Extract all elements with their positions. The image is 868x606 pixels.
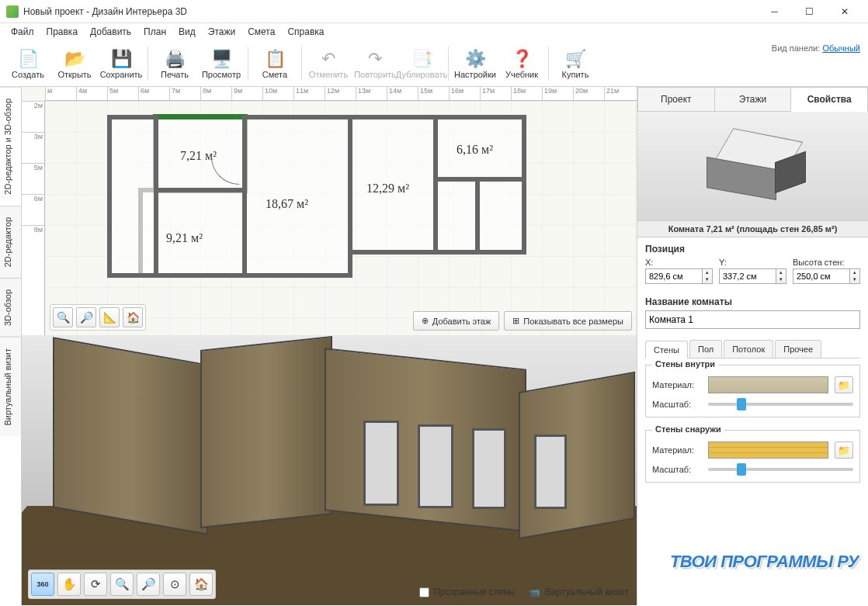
left-tabs: 2D-редактор и 3D-обзор 2D-редактор 3D-об… (0, 87, 22, 605)
virtual-visit-checkbox[interactable]: 📹 Виртуальный визит (529, 587, 629, 597)
menu-estimate[interactable]: Смета (241, 25, 281, 39)
orbit-button[interactable]: ⟳ (84, 573, 107, 596)
room-name-section: Название комнаты (637, 290, 868, 335)
y-input[interactable] (719, 268, 776, 284)
position-heading: Позиция (645, 244, 860, 255)
browse-material-outside[interactable]: 📁 (835, 442, 853, 459)
folder-open-icon: 📂 (64, 48, 85, 70)
subtab-floor[interactable]: Пол (689, 340, 722, 358)
zoom-out-button[interactable]: 🔍 (53, 307, 73, 327)
redo-icon: ↷ (364, 48, 386, 70)
viewport-2d[interactable]: м4м5м6м7м8м9м10м11м12м13м14м15м16м17м18м… (22, 87, 637, 335)
subtab-other[interactable]: Прочее (775, 340, 821, 358)
y-spinner[interactable]: ▲▼ (776, 268, 786, 284)
x-input[interactable] (645, 268, 703, 284)
minimize-button[interactable]: ─ (757, 1, 792, 23)
print-button[interactable]: 🖨️Печать (151, 42, 198, 85)
home-button[interactable]: 🏠 (123, 307, 143, 327)
duplicate-button[interactable]: 📑Дублировать (398, 42, 445, 85)
scale-slider-outside[interactable] (708, 468, 853, 471)
create-button[interactable]: 📄Создать (5, 42, 51, 85)
property-subtabs: Стены Пол Потолок Прочее (645, 340, 860, 358)
tab-project[interactable]: Проект (637, 87, 715, 112)
window-3d (534, 435, 567, 509)
reset-view-button[interactable]: ⊙ (163, 573, 186, 596)
right-tabs: Проект Этажи Свойства (637, 87, 868, 112)
monitor-icon: 🖥️ (210, 48, 232, 70)
toolbar: 📄Создать 📂Открыть 💾Сохранить 🖨️Печать 🖥️… (0, 40, 868, 87)
y-label: Y: (719, 258, 786, 267)
tab-3d[interactable]: 3D-обзор (0, 278, 21, 337)
measure-button[interactable]: 📐 (99, 307, 120, 327)
zoom-in-button[interactable]: 🔎 (76, 307, 96, 327)
menu-add[interactable]: Добавить (84, 25, 137, 39)
menu-view[interactable]: Вид (172, 25, 202, 39)
buy-button[interactable]: 🛒Купить (552, 42, 599, 85)
wall-3d (200, 336, 332, 528)
room-1-selected[interactable]: 7,21 м² (154, 115, 247, 192)
tab-2d-3d[interactable]: 2D-редактор и 3D-обзор (0, 87, 21, 206)
viewport2d-right-buttons: ⊕Добавить этаж ⊞Показывать все размеры (413, 311, 632, 331)
menu-file[interactable]: Файл (5, 25, 40, 39)
door-arc-icon (211, 157, 239, 185)
window-3d (418, 424, 453, 508)
material-swatch-outside[interactable] (708, 442, 828, 459)
room-7[interactable] (433, 177, 480, 255)
rotate360-button[interactable]: 360 (31, 573, 54, 596)
printer-icon: 🖨️ (164, 48, 186, 70)
zoom-in-3d-button[interactable]: 🔎 (137, 573, 160, 596)
gear-icon: ⚙️ (464, 48, 486, 70)
open-button[interactable]: 📂Открыть (51, 42, 98, 85)
rotate-icon: 360 (36, 580, 48, 588)
tab-floors[interactable]: Этажи (715, 87, 792, 112)
menu-plan[interactable]: План (137, 25, 172, 39)
scale-slider-inside[interactable] (708, 403, 853, 406)
dimensions-icon: ⊞ (512, 316, 519, 326)
menu-floors[interactable]: Этажи (202, 25, 241, 39)
save-button[interactable]: 💾Сохранить (98, 42, 144, 85)
home-3d-button[interactable]: 🏠 (189, 573, 213, 596)
undo-button[interactable]: ↶Отменить (305, 42, 352, 85)
room-6[interactable] (107, 115, 158, 278)
room-name-input[interactable] (645, 310, 860, 329)
estimate-button[interactable]: 📋Смета (252, 42, 298, 85)
duplicate-icon: 📑 (411, 48, 432, 70)
new-file-icon: 📄 (17, 48, 39, 70)
wall-3d (53, 337, 208, 535)
redo-button[interactable]: ↷Повторить (352, 42, 398, 85)
height-spinner[interactable]: ▲▼ (850, 268, 860, 284)
browse-material-inside[interactable]: 📁 (835, 376, 853, 393)
room-8[interactable] (475, 177, 526, 255)
room-2[interactable]: 6,16 м² (433, 115, 526, 182)
material-swatch-inside[interactable] (708, 376, 828, 393)
tab-2d[interactable]: 2D-редактор (0, 206, 21, 278)
show-dimensions-button[interactable]: ⊞Показывать все размеры (504, 311, 632, 331)
tab-virtual[interactable]: Виртуальный визит (0, 337, 21, 437)
watermark: ТВОИ ПРОГРАММЫ РУ (670, 552, 859, 572)
preview-button[interactable]: 🖥️Просмотр (198, 42, 245, 85)
room-4[interactable]: 18,67 м² (242, 115, 352, 278)
menu-help[interactable]: Справка (281, 25, 330, 39)
tab-properties[interactable]: Свойства (791, 87, 868, 112)
add-floor-button[interactable]: ⊕Добавить этаж (413, 311, 499, 331)
transparent-walls-checkbox[interactable]: Прозрачные стены (419, 587, 515, 597)
viewport-3d[interactable]: 360 ✋ ⟳ 🔍 🔎 ⊙ 🏠 Прозрачные стены 📹 Вирту… (22, 335, 637, 605)
view-mode-link[interactable]: Обычный (822, 43, 860, 53)
subtab-walls[interactable]: Стены (645, 341, 688, 358)
maximize-button[interactable]: ☐ (792, 1, 827, 23)
ruler-vertical: 2м3м5м6м8м (22, 101, 45, 335)
zoom-out-3d-button[interactable]: 🔍 (110, 573, 134, 596)
pan-button[interactable]: ✋ (57, 573, 81, 596)
window-3d (363, 421, 399, 506)
tutorial-button[interactable]: ❓Учебник (498, 42, 545, 85)
close-button[interactable]: ✕ (827, 1, 862, 23)
height-input[interactable] (793, 268, 850, 284)
orbit-icon: ⟳ (91, 577, 101, 591)
settings-button[interactable]: ⚙️Настройки (452, 42, 498, 85)
menu-edit[interactable]: Правка (40, 25, 85, 39)
x-spinner[interactable]: ▲▼ (703, 268, 713, 284)
subtab-ceiling[interactable]: Потолок (724, 340, 773, 358)
room-3[interactable]: 12,29 м² (348, 115, 438, 255)
viewport3d-tools: 360 ✋ ⟳ 🔍 🔎 ⊙ 🏠 (28, 570, 216, 599)
titlebar: Новый проект - Дизайн Интерьера 3D ─ ☐ ✕ (0, 0, 868, 23)
